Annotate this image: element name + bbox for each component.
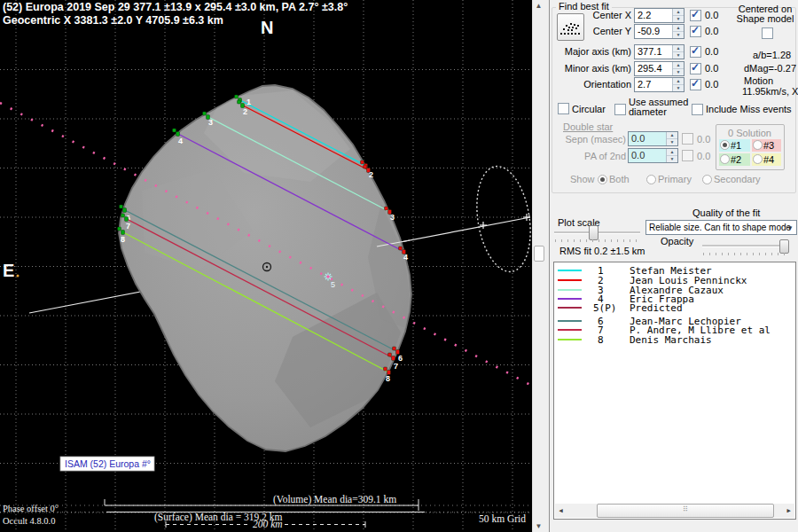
- pa2-input[interactable]: 0.0▲▼: [628, 148, 678, 163]
- plot-scale-ticks: [555, 239, 640, 242]
- legend-color-line: [558, 339, 582, 340]
- circular-checkbox[interactable]: [558, 103, 569, 114]
- show-label: Show: [570, 174, 595, 184]
- center-x-input[interactable]: 2.2▲▼: [634, 8, 685, 23]
- show-secondary-label: Secondary: [714, 174, 761, 184]
- sepn-label: Sepn (masec): [556, 134, 626, 145]
- east-label: E: [3, 261, 14, 280]
- dmag-label: dMag=-0.27: [744, 63, 796, 74]
- panel-divider: [549, 0, 550, 532]
- svg-text:7: 7: [126, 222, 130, 231]
- control-panel: Find best fit Center X 2.2▲▼ 0.0 Centere…: [551, 0, 798, 532]
- minor-axis-input[interactable]: 295.4▲▼: [634, 61, 685, 76]
- center-x-err: 0.0: [705, 10, 718, 20]
- scalebar-label: 200 km: [253, 519, 283, 529]
- center-y-label: Center Y: [567, 26, 631, 36]
- list-horizontal-scrollbar[interactable]: ◀ ▶: [555, 504, 794, 518]
- plot-title-line1: (52) Europa 2019 Sep 29 377.1 ±13.9 x 29…: [3, 1, 348, 13]
- center-y-err: 0.0: [705, 26, 718, 36]
- north-label: N: [261, 18, 273, 37]
- scroll-right-arrow-icon[interactable]: ▶: [783, 504, 794, 518]
- occult-app-window: 1223344667788 5 (52) Europa 2019 Sep 29 …: [0, 0, 798, 532]
- legend-color-line: [558, 307, 582, 309]
- sepn-input[interactable]: 0.0▲▼: [628, 131, 678, 146]
- motion-label: Motion: [744, 75, 773, 86]
- observer-listbox[interactable]: 1Stefan Meister2Jean Louis Penninckx3Ale…: [553, 262, 796, 520]
- motion-value: 11.95km/s, X: [742, 86, 798, 97]
- observer-name: Denis Marchais: [630, 334, 712, 346]
- scroll-down-arrow-icon[interactable]: ▼: [534, 522, 544, 530]
- show-primary-radio[interactable]: [646, 175, 656, 184]
- vertical-scroll-thumb[interactable]: [534, 246, 544, 262]
- center-x-checkbox[interactable]: [690, 10, 701, 21]
- svg-text:3: 3: [208, 118, 213, 127]
- horizontal-scroll-thumb[interactable]: [597, 504, 774, 518]
- major-axis-checkbox[interactable]: [690, 46, 701, 58]
- centered-on-label: Centered onShape model: [734, 4, 796, 24]
- major-axis-input[interactable]: 377.1▲▼: [634, 44, 685, 59]
- ab-ratio-label: a/b=1.28: [753, 50, 791, 60]
- sepn-checkbox[interactable]: [682, 133, 693, 145]
- show-secondary-radio[interactable]: [702, 175, 712, 184]
- svg-text:4: 4: [178, 137, 183, 145]
- stray-orange-dot: [17, 275, 20, 278]
- pa2-label: PA of 2nd: [556, 151, 626, 161]
- svg-text:8: 8: [386, 374, 390, 383]
- orientation-label: Orientation: [558, 79, 631, 90]
- solution-1-cell[interactable]: #1: [719, 139, 750, 152]
- chord-plot-canvas: 1223344667788 5 (52) Europa 2019 Sep 29 …: [0, 0, 532, 532]
- svg-text:4: 4: [403, 253, 408, 262]
- pa2-err: 0.0: [697, 151, 710, 161]
- major-axis-label: Major axis (km): [558, 46, 631, 57]
- double-star-label: Double star: [563, 121, 613, 132]
- svg-text:2: 2: [243, 107, 247, 116]
- center-y-input[interactable]: -50.9▲▼: [634, 24, 685, 39]
- orientation-input[interactable]: 2.7▲▼: [634, 77, 685, 92]
- svg-text:3: 3: [390, 213, 395, 222]
- minor-axis-err: 0.0: [705, 63, 718, 74]
- opacity-ticks: [703, 253, 788, 255]
- show-both-radio[interactable]: [598, 175, 607, 184]
- grid-scale-label: 50 km Grid: [479, 513, 526, 524]
- centered-on-checkbox[interactable]: [762, 27, 773, 39]
- solution-2-cell[interactable]: #2: [719, 153, 750, 166]
- opacity-slider-thumb[interactable]: [779, 239, 789, 254]
- orientation-err: 0.0: [705, 79, 718, 90]
- major-axis-err: 0.0: [705, 46, 718, 57]
- center-y-checkbox[interactable]: [690, 26, 701, 37]
- scroll-left-arrow-icon[interactable]: ◀: [555, 504, 567, 518]
- opacity-slider-track[interactable]: [702, 245, 789, 247]
- app-version-label: Occult 4.8.0.0: [3, 516, 56, 526]
- solution-4-cell[interactable]: #4: [752, 153, 781, 166]
- svg-text:5: 5: [331, 280, 335, 289]
- plot-scale-slider-thumb[interactable]: [589, 225, 598, 240]
- svg-text:6: 6: [398, 354, 403, 363]
- include-miss-label: Include Miss events: [706, 104, 792, 114]
- include-miss-checkbox[interactable]: [692, 104, 703, 115]
- legend-color-line: [558, 320, 582, 322]
- legend-color-line: [558, 289, 582, 291]
- orientation-checkbox[interactable]: [690, 79, 701, 90]
- observer-number: 8: [598, 334, 604, 346]
- svg-text:2: 2: [369, 170, 373, 179]
- solutions-title: 0 Solution: [728, 128, 771, 138]
- opacity-label: Opacity: [661, 236, 693, 246]
- solution-3-cell[interactable]: #3: [752, 139, 781, 152]
- observer-number: 5(P): [593, 302, 617, 314]
- plot-vertical-scrollbar[interactable]: ▲ ▼: [532, 0, 544, 532]
- assumed-diameter-checkbox[interactable]: [614, 104, 626, 115]
- circular-label: Circular: [572, 104, 606, 114]
- center-x-label: Center X: [567, 10, 631, 20]
- isam-label[interactable]: ISAM (52) Europa #°: [60, 457, 154, 471]
- pa2-checkbox[interactable]: [682, 150, 693, 161]
- sepn-err: 0.0: [697, 134, 710, 145]
- legend-color-line: [558, 270, 582, 271]
- scroll-up-arrow-icon[interactable]: ▲: [534, 2, 544, 10]
- assumed-diameter-label: Use assumeddiameter: [629, 98, 688, 117]
- plot-title-line2: Geocentric X 3381.3 ±2.0 Y 4705.9 ±6.3 k…: [3, 14, 223, 27]
- legend-color-line: [558, 298, 582, 300]
- minor-axis-checkbox[interactable]: [690, 63, 701, 74]
- quality-dropdown[interactable]: Reliable size. Can fit to shape mode▼: [645, 220, 797, 235]
- show-primary-label: Primary: [658, 174, 692, 184]
- svg-text:ISAM (52) Europa #°: ISAM (52) Europa #°: [65, 458, 151, 469]
